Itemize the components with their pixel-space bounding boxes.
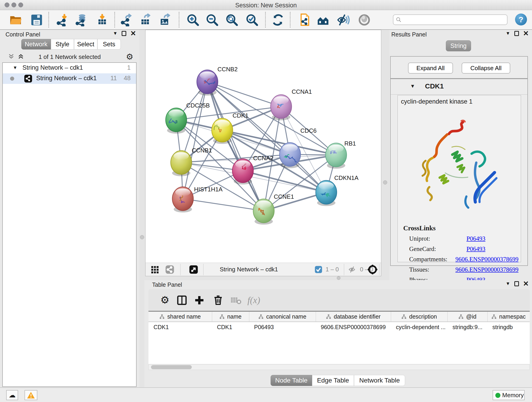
crosslink-link[interactable]: 9606.ENSP00000378699 xyxy=(456,266,519,273)
tab-network[interactable]: Network xyxy=(21,39,51,50)
table-hscrollbar[interactable] xyxy=(148,364,530,370)
warning-icon[interactable] xyxy=(25,390,37,400)
column-header[interactable]: description xyxy=(391,312,447,322)
network-node[interactable]: CDK1 xyxy=(212,112,248,144)
network-row[interactable]: String Network – cdk1 11 48 xyxy=(3,73,136,84)
network-edge[interactable] xyxy=(243,171,326,192)
zoom-selected-icon[interactable] xyxy=(246,13,259,26)
export-table-icon[interactable] xyxy=(139,13,152,26)
import-network-from-file-icon[interactable] xyxy=(56,13,69,26)
table-cell[interactable]: stringdb xyxy=(487,322,530,332)
splitter-handle-icon[interactable] xyxy=(337,276,341,280)
crosslink-label: GeneCard: xyxy=(409,245,467,253)
scrollbar-thumb[interactable] xyxy=(151,365,192,369)
tab-sets[interactable]: Sets xyxy=(97,39,121,50)
birds-eye-view-icon[interactable] xyxy=(151,265,160,275)
search-field[interactable] xyxy=(393,14,507,25)
network-view[interactable]: CCNB2CCNA1CDC25BCDK1CDC6RB1CCNB1CCNA2CDK… xyxy=(145,30,381,276)
table-cell[interactable]: stringdb:9... xyxy=(447,322,487,332)
table-cell[interactable]: 9606.ENSP00000378699 xyxy=(316,322,391,332)
refresh-icon[interactable] xyxy=(272,13,284,26)
function-builder-icon[interactable]: f(x) xyxy=(247,295,268,306)
memory-label: Memory xyxy=(502,392,524,399)
table-cell[interactable]: CDK1 xyxy=(148,322,212,332)
panel-close-icon[interactable]: ✕ xyxy=(130,31,136,36)
memory-button[interactable]: Memory xyxy=(493,390,525,400)
panel-float-icon[interactable] xyxy=(514,31,519,36)
network-edge[interactable] xyxy=(183,199,264,211)
save-session-icon[interactable] xyxy=(30,13,43,26)
gear-icon[interactable]: ⚙ xyxy=(126,52,133,62)
tab-edge-table[interactable]: Edge Table xyxy=(312,375,354,386)
import-network-from-database-icon[interactable] xyxy=(75,13,88,26)
crosslink-link[interactable]: P06493 xyxy=(467,235,486,242)
cloud-icon[interactable]: ☁ xyxy=(6,390,18,400)
panel-close-icon[interactable]: ✕ xyxy=(523,281,529,286)
tab-network-table[interactable]: Network Table xyxy=(354,375,405,386)
title-bar: Session: New Session xyxy=(0,0,532,10)
network-node[interactable]: HIST1H1A xyxy=(172,186,223,212)
network-node[interactable]: CCNE1 xyxy=(253,193,294,225)
panel-menu-icon[interactable]: ▼ xyxy=(506,281,510,286)
splitter-handle-icon[interactable] xyxy=(140,235,144,239)
panel-menu-icon[interactable]: ▼ xyxy=(506,31,510,36)
crosshair-icon[interactable] xyxy=(367,264,378,276)
column-header[interactable]: name xyxy=(212,312,249,322)
help-icon[interactable]: ? xyxy=(515,13,527,26)
network-selection-status: 1 of 1 Network selected xyxy=(0,53,139,61)
export-network-icon[interactable] xyxy=(120,13,133,26)
panel-float-icon[interactable] xyxy=(514,281,519,286)
section-collapse-icon[interactable]: ▼ xyxy=(410,83,415,89)
show-columns-icon[interactable] xyxy=(177,295,187,306)
selected-checkbox-icon[interactable] xyxy=(315,266,322,274)
node-table[interactable]: shared namenamecanonical namedatabase id… xyxy=(148,311,530,364)
column-header[interactable]: shared name xyxy=(148,312,212,322)
crosslink-link[interactable]: P06493 xyxy=(467,245,486,253)
column-header[interactable]: canonical name xyxy=(249,312,316,322)
tab-string[interactable]: String xyxy=(446,40,471,51)
table-settings-gear-icon[interactable]: ⚙ xyxy=(160,295,171,306)
panel-menu-icon[interactable]: ▼ xyxy=(113,31,118,36)
tab-node-table[interactable]: Node Table xyxy=(271,375,312,386)
network-graph[interactable]: CCNB2CCNA1CDC25BCDK1CDC6RB1CCNB1CCNA2CDK… xyxy=(146,30,381,263)
expand-all-button[interactable]: Expand All xyxy=(408,63,453,74)
export-image-icon[interactable] xyxy=(158,13,171,26)
column-header[interactable]: @id xyxy=(447,312,487,322)
table-row[interactable]: CDK1CDK1P064939606.ENSP00000378699cyclin… xyxy=(148,322,530,332)
table-cell[interactable]: cyclin-dependent ... xyxy=(391,322,447,332)
search-input[interactable] xyxy=(404,15,504,24)
table-cell[interactable]: CDK1 xyxy=(212,322,249,332)
column-header[interactable]: database identifier xyxy=(316,312,391,322)
network-node[interactable]: RB1 xyxy=(326,140,356,169)
column-header-label: namespac xyxy=(499,313,526,320)
export-view-icon[interactable] xyxy=(189,265,198,275)
table-cell[interactable]: P06493 xyxy=(249,322,316,332)
zoom-fit-icon[interactable] xyxy=(225,13,238,26)
column-header[interactable]: namespac xyxy=(487,312,530,322)
import-table-from-file-icon[interactable] xyxy=(96,13,109,26)
delete-column-trash-icon[interactable] xyxy=(213,295,224,306)
network-document-icon[interactable] xyxy=(298,13,310,26)
collapse-all-button[interactable]: Collapse All xyxy=(462,63,510,74)
network-collection-row[interactable]: ▼ String Network – cdk1 1 xyxy=(3,63,136,73)
network-edge[interactable] xyxy=(207,82,336,155)
network-node[interactable]: CDKN1A xyxy=(316,174,359,206)
houses-icon[interactable] xyxy=(317,13,329,26)
collection-collapse-icon[interactable]: ▼ xyxy=(13,65,17,70)
zoom-out-icon[interactable] xyxy=(206,13,219,26)
hidden-eye-slash-icon[interactable] xyxy=(348,266,357,274)
panel-close-icon[interactable]: ✕ xyxy=(523,31,529,36)
crosslink-link[interactable]: 9606.ENSP00000378699 xyxy=(456,256,519,263)
splitter-handle-icon[interactable] xyxy=(383,180,387,185)
string-badge-icon[interactable] xyxy=(165,265,174,275)
right-splitter[interactable] xyxy=(381,30,389,280)
zoom-in-icon[interactable] xyxy=(186,13,199,26)
enhanced-labels-toggle-icon[interactable] xyxy=(337,13,350,26)
panel-float-icon[interactable] xyxy=(122,31,126,36)
tab-style[interactable]: Style xyxy=(51,39,74,50)
glass-ball-toggle-icon[interactable] xyxy=(358,13,371,26)
delete-table-icon[interactable] xyxy=(230,295,241,306)
tab-select[interactable]: Select xyxy=(74,39,97,50)
create-column-plus-icon[interactable] xyxy=(194,295,205,306)
open-session-icon[interactable] xyxy=(9,13,22,26)
